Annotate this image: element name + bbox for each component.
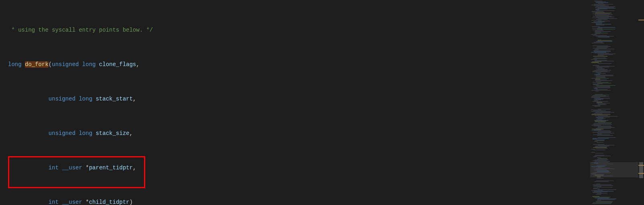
minimap-line [597,127,615,128]
minimap-line [595,10,599,10]
minimap-line [596,119,602,120]
minimap-line [597,142,603,143]
code-editor[interactable]: * using the syscall entry points below. … [0,0,590,205]
minimap-line [594,74,600,74]
minimap-line [596,17,614,17]
minimap-line [595,33,608,33]
minimap-line [593,161,607,161]
minimap-line [594,181,609,182]
minimap-line [595,61,614,61]
minimap-line [597,55,604,56]
minimap-line [595,115,608,116]
minimap-line [591,97,600,98]
minimap-line [594,6,609,6]
annotation-red-box [8,156,145,188]
minimap-line [595,117,610,117]
minimap-line [594,113,610,113]
minimap-line [597,187,613,187]
minimap-line [592,72,610,72]
minimap-line [597,119,605,119]
minimap-line [595,76,614,76]
minimap-line [598,54,613,55]
minimap-line [593,193,601,193]
minimap-line [597,67,609,67]
minimap-line [598,134,602,134]
minimap-line [591,34,597,35]
minimap-line [595,175,603,175]
minimap-line [598,167,601,167]
code-line: * using the syscall entry points below. … [8,26,590,35]
scrollbar-thumb[interactable] [639,162,643,178]
minimap-line [597,46,611,47]
minimap-line [593,48,607,48]
minimap-line [597,86,610,86]
minimap-line [595,160,608,160]
minimap-line [597,54,616,54]
minimap[interactable] [590,0,638,205]
minimap-line [598,18,617,19]
minimap-line [597,178,603,179]
minimap-line [596,75,613,75]
minimap-line [593,58,607,59]
minimap-line [591,166,605,167]
minimap-line [591,173,596,174]
minimap-line [592,96,606,96]
minimap-line [594,126,611,126]
minimap-line [593,132,611,133]
minimap-line [591,59,597,60]
minimap-line [596,169,614,169]
minimap-line [595,161,610,162]
editor-root: * using the syscall entry points below. … [0,0,644,205]
minimap-line [592,12,605,12]
minimap-line [597,200,601,201]
minimap-line [594,70,611,70]
minimap-line [591,110,601,110]
code-line: unsigned long stack_size, [8,129,590,138]
minimap-line [592,105,600,106]
minimap-line [594,51,611,52]
minimap-line [595,13,611,13]
minimap-line [596,72,601,73]
minimap-line [597,68,605,69]
minimap-line [593,147,607,148]
code-line: int __user *child_tidptr) [8,198,590,205]
minimap-line [597,159,607,159]
minimap-line [594,4,613,4]
minimap-line [595,148,607,149]
vertical-scrollbar[interactable] [638,0,644,205]
minimap-line [596,194,601,195]
minimap-line [598,27,616,28]
minimap-line [595,112,614,113]
minimap-line [594,34,600,34]
minimap-line [593,95,609,95]
minimap-line [594,100,601,100]
minimap-line [592,28,602,28]
minimap-line [596,76,605,77]
minimap-line [593,188,597,188]
minimap-line [596,24,611,24]
minimap-line [597,164,614,164]
minimap-line [591,62,599,63]
minimap-line [598,145,614,145]
minimap-line [598,127,611,127]
minimap-line [596,36,614,36]
minimap-line [594,98,610,98]
minimap-line [594,130,601,130]
minimap-line [594,191,614,191]
minimap-line [592,62,601,62]
minimap-line [598,105,606,105]
minimap-line [595,2,606,2]
minimap-line [597,29,615,29]
minimap-line [597,171,609,171]
minimap-line [595,60,607,60]
minimap-line [593,30,603,30]
minimap-line [591,162,608,163]
minimap-line [597,199,615,200]
minimap-line [595,201,613,201]
minimap-line [592,18,609,18]
minimap-line [592,26,600,27]
minimap-line [597,10,614,11]
minimap-line [593,124,612,125]
code-line: unsigned long stack_start, [8,95,590,104]
minimap-line [596,77,605,78]
